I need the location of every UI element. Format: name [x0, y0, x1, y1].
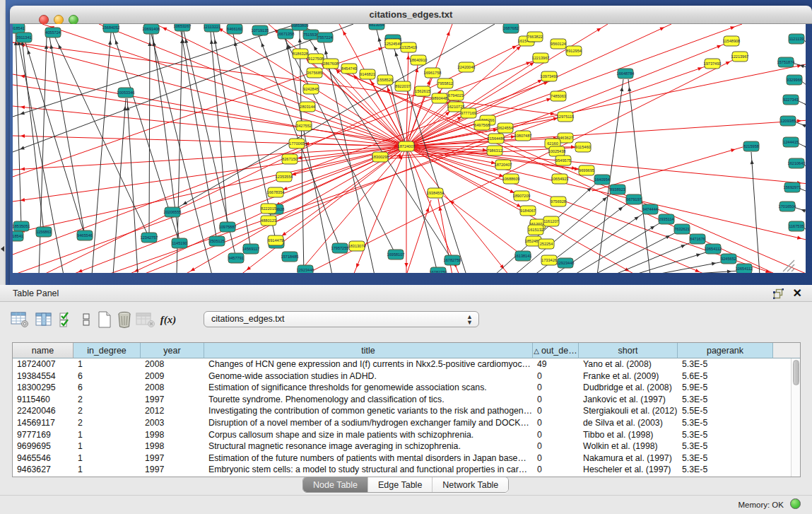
cell-title[interactable]: Genome-wide association studies in ADHD.: [204, 370, 533, 382]
cell-in_degree[interactable]: 1: [73, 429, 141, 441]
cell-pagerank[interactable]: 5.3E-5: [678, 394, 773, 406]
cell-year[interactable]: 2008: [141, 382, 204, 394]
cell-short[interactable]: Jankovic et al. (1997): [579, 394, 678, 406]
cell-name[interactable]: 18300295: [13, 382, 73, 394]
graph-edge[interactable]: [393, 45, 466, 273]
cell-year[interactable]: 1997: [141, 394, 204, 406]
cell-pagerank[interactable]: 5.3E-5: [678, 417, 773, 429]
cell-title[interactable]: Tourette syndrome. Phenomenology and cla…: [204, 394, 533, 406]
cell-year[interactable]: 1997: [141, 464, 204, 476]
cell-out_de[interactable]: 0: [533, 464, 579, 476]
graph-edge[interactable]: [211, 32, 228, 227]
network-view-window[interactable]: citations_edges.txt 99185413911341405572…: [10, 6, 812, 285]
graph-edge[interactable]: [628, 79, 650, 273]
tab-network-table[interactable]: Network Table: [433, 477, 508, 492]
cell-title[interactable]: Estimation of significance thresholds fo…: [204, 382, 533, 394]
table-type-tabs[interactable]: Node TableEdge TableNetwork Table: [302, 477, 509, 493]
table-selector-dropdown[interactable]: citations_edges.txt ▲▼: [204, 311, 479, 327]
column-header-name[interactable]: name: [13, 343, 73, 358]
left-splitter[interactable]: [0, 0, 6, 285]
row-height-icon[interactable]: [76, 309, 96, 330]
graph-edge[interactable]: [25, 42, 85, 235]
cell-out_de[interactable]: 0: [533, 405, 579, 417]
cell-title[interactable]: Disruption of a novel member of a sodium…: [204, 417, 533, 429]
graph-edge[interactable]: [21, 33, 44, 232]
column-header-out_de[interactable]: △out_de…: [533, 343, 579, 358]
function-builder-icon[interactable]: f(x): [158, 309, 178, 330]
graph-edge[interactable]: [613, 242, 693, 273]
cell-short[interactable]: de Silva et al. (2003): [579, 417, 678, 429]
cell-short[interactable]: Stergiakouli et al. (2012): [579, 405, 678, 417]
selection-mode-icon[interactable]: [57, 309, 76, 330]
table-scrollbar[interactable]: [791, 358, 800, 477]
delete-table-icon[interactable]: [136, 309, 155, 330]
cell-title[interactable]: Structural magnetic resonance image aver…: [204, 440, 533, 452]
graph-edge[interactable]: [406, 64, 806, 146]
node-table[interactable]: namein_degreeyeartitle△out_de…shortpager…: [12, 342, 801, 477]
graph-edge[interactable]: [13, 146, 406, 233]
cell-pagerank[interactable]: 5.9E-5: [678, 382, 773, 394]
graph-edge[interactable]: [177, 31, 182, 273]
cell-pagerank[interactable]: 5.3E-5: [678, 358, 773, 370]
cell-short[interactable]: Tibbo et al. (1998): [579, 429, 678, 441]
cell-name[interactable]: 22420046: [13, 405, 73, 417]
network-canvas[interactable]: 9918541391134140557241568405220691406106…: [13, 24, 806, 273]
cell-in_degree[interactable]: 6: [73, 382, 141, 394]
cell-pagerank[interactable]: 5.6E-5: [678, 370, 773, 382]
column-visibility-icon[interactable]: [34, 309, 54, 330]
graph-edge[interactable]: [155, 24, 406, 146]
cell-name[interactable]: 9463627: [13, 464, 73, 476]
create-column-icon[interactable]: [95, 309, 114, 330]
column-header-year[interactable]: year: [141, 343, 204, 358]
cell-name[interactable]: 14569117: [13, 417, 73, 429]
cell-out_de[interactable]: 0: [533, 429, 579, 441]
cell-out_de[interactable]: 0: [533, 417, 579, 429]
tab-edge-table[interactable]: Edge Table: [368, 477, 433, 492]
cell-title[interactable]: Estimation of the future numbers of pati…: [204, 452, 533, 465]
cell-title[interactable]: Embryonic stem cells: a model to study s…: [204, 464, 533, 476]
resize-grip-icon[interactable]: [783, 260, 794, 271]
cell-title[interactable]: Changes of HCN gene expression and I(f) …: [204, 358, 533, 370]
cell-year[interactable]: 1998: [141, 440, 204, 452]
cell-pagerank[interactable]: 5.3E-5: [678, 452, 773, 465]
graph-edge[interactable]: [39, 37, 47, 273]
graph-edge[interactable]: [92, 33, 111, 273]
cell-short[interactable]: Yano et al. (2008): [579, 358, 678, 370]
table-row[interactable]: 911546021997Tourette syndrome. Phenomeno…: [13, 394, 792, 406]
graph-edge[interactable]: [149, 34, 150, 238]
cell-name[interactable]: 9465546: [13, 452, 73, 465]
scrollbar-thumb[interactable]: [793, 360, 799, 385]
table-row[interactable]: 1872400712008Changes of HCN gene express…: [13, 358, 792, 370]
graph-edge[interactable]: [13, 42, 563, 115]
column-header-title[interactable]: title: [204, 343, 533, 358]
cell-pagerank[interactable]: 5.5E-5: [678, 405, 773, 417]
cell-name[interactable]: 9777169: [13, 429, 73, 441]
cell-name[interactable]: 19384554: [13, 370, 73, 382]
column-header-pagerank[interactable]: pagerank: [678, 343, 773, 358]
cell-out_de[interactable]: 0: [533, 452, 579, 465]
float-panel-icon[interactable]: [773, 288, 784, 299]
cell-year[interactable]: 2012: [141, 405, 204, 417]
cell-short[interactable]: Wolkin et al. (1998): [579, 440, 678, 452]
graph-edge[interactable]: [751, 152, 760, 273]
cell-title[interactable]: Corpus callosum shape and size in male p…: [204, 429, 533, 441]
column-header-short[interactable]: short: [579, 343, 678, 358]
table-row[interactable]: 1938455462009Genome-wide association stu…: [13, 370, 792, 382]
cell-short[interactable]: Hescheler et al. (1997): [579, 464, 678, 476]
cell-name[interactable]: 9699695: [13, 440, 73, 452]
table-row[interactable]: 946362711997Embryonic stem cells: a mode…: [13, 464, 792, 476]
cell-pagerank[interactable]: 5.3E-5: [678, 429, 773, 441]
table-row[interactable]: 1830029562008Estimation of significance …: [13, 382, 792, 394]
table-row[interactable]: 946554611997Estimation of the future num…: [13, 452, 792, 465]
cell-out_de[interactable]: 0: [533, 370, 579, 382]
cell-year[interactable]: 2008: [141, 358, 204, 370]
cell-name[interactable]: 18724007: [13, 358, 73, 370]
cell-name[interactable]: 9115460: [13, 394, 73, 406]
cell-out_de[interactable]: 0: [533, 440, 579, 452]
column-header-in_degree[interactable]: in_degree: [73, 343, 141, 358]
table-row[interactable]: 977716911998Corpus callosum shape and si…: [13, 429, 792, 441]
table-row[interactable]: 2242004622012Investigating the contribut…: [13, 405, 792, 417]
table-mode-icon[interactable]: [10, 309, 30, 330]
table-row[interactable]: 1456911722003Disruption of a novel membe…: [13, 417, 792, 429]
table-row[interactable]: 969969511998Structural magnetic resonanc…: [13, 440, 792, 452]
